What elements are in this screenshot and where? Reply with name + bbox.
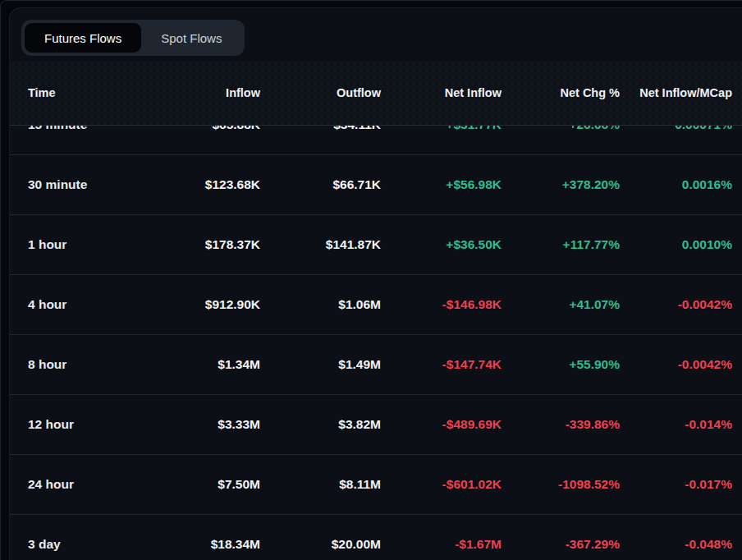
cell-inflow: $912.90K [151, 297, 260, 312]
tab-futures-flows[interactable]: Futures Flows [25, 23, 141, 53]
table-row: 8 hour $1.34M $1.49M -$147.74K +55.90% -… [10, 335, 742, 395]
table-header-row: Time Inflow Outflow Net Inflow Net Chg %… [10, 61, 742, 126]
cell-net-inflow-mcap: -0.014% [620, 417, 732, 432]
cell-net-inflow-mcap: -0.0042% [620, 357, 732, 372]
cell-inflow: $1.34M [151, 357, 260, 372]
cell-inflow: $7.50M [151, 477, 260, 492]
cell-time: 8 hour [28, 357, 151, 372]
cell-outflow: $141.87K [260, 237, 381, 252]
cell-net-chg: -339.86% [502, 417, 620, 432]
app-window: Futures Flows Spot Flows Time Inflow Out… [0, 0, 742, 560]
cell-net-chg: -1098.52% [502, 477, 620, 492]
cell-net-inflow-mcap: -0.048% [620, 537, 732, 552]
flows-tab-group: Futures Flows Spot Flows [21, 20, 245, 56]
cell-outflow: $20.00M [260, 537, 381, 552]
flows-table: Time Inflow Outflow Net Inflow Net Chg %… [10, 61, 742, 560]
cell-net-chg: +117.77% [502, 237, 620, 252]
table-row: 24 hour $7.50M $8.11M -$601.02K -1098.52… [10, 455, 742, 515]
cell-net-inflow-mcap: -0.017% [620, 477, 732, 492]
cell-inflow: $178.37K [151, 237, 260, 252]
cell-outflow: $66.71K [260, 177, 381, 192]
cell-outflow: $1.06M [260, 297, 381, 312]
col-header-net-inflow: Net Inflow [381, 86, 502, 99]
col-header-net-chg: Net Chg % [502, 86, 620, 99]
cell-time: 1 hour [28, 237, 151, 252]
cell-outflow: $3.82M [260, 417, 381, 432]
table-row: 4 hour $912.90K $1.06M -$146.98K +41.07%… [10, 275, 742, 335]
cell-net-inflow: -$601.02K [381, 477, 502, 492]
cell-outflow: $1.49M [260, 357, 381, 372]
table-row: 30 minute $123.68K $66.71K +$56.98K +378… [10, 155, 742, 215]
cell-net-chg: +378.20% [502, 177, 620, 192]
col-header-outflow: Outflow [260, 86, 381, 99]
cell-net-inflow-mcap: 0.0010% [620, 237, 732, 252]
table-row: 12 hour $3.33M $3.82M -$489.69K -339.86%… [10, 395, 742, 455]
col-header-net-inflow-mcap: Net Inflow/MCap [620, 86, 732, 99]
cell-net-inflow: -$146.98K [381, 297, 502, 312]
cell-inflow: $18.34M [151, 537, 260, 552]
cell-time: 3 day [28, 537, 151, 552]
cell-net-inflow: +$36.50K [381, 237, 502, 252]
cell-net-inflow-mcap: -0.0042% [620, 297, 732, 312]
cell-time: 30 minute [28, 177, 151, 192]
flows-card: Futures Flows Spot Flows Time Inflow Out… [9, 7, 742, 560]
cell-net-inflow: -$147.74K [381, 357, 502, 372]
cell-net-chg: +55.90% [502, 357, 620, 372]
cell-inflow: $123.68K [151, 177, 260, 192]
cell-net-chg: -367.29% [502, 537, 620, 552]
cell-time: 4 hour [28, 297, 151, 312]
cell-time: 12 hour [28, 417, 151, 432]
cell-outflow: $8.11M [260, 477, 381, 492]
col-header-time: Time [28, 86, 151, 99]
table-body: 15 minute $65.88K $34.11K +$31.77K +26.0… [10, 95, 742, 560]
table-row: 3 day $18.34M $20.00M -$1.67M -367.29% -… [10, 515, 742, 560]
cell-net-inflow-mcap: 0.0016% [620, 177, 732, 192]
tab-spot-flows[interactable]: Spot Flows [141, 23, 241, 53]
cell-net-inflow: -$489.69K [381, 417, 502, 432]
table-row: 1 hour $178.37K $141.87K +$36.50K +117.7… [10, 215, 742, 275]
cell-net-chg: +41.07% [502, 297, 620, 312]
cell-net-inflow: -$1.67M [381, 537, 502, 552]
cell-time: 24 hour [28, 477, 151, 492]
cell-net-inflow: +$56.98K [381, 177, 502, 192]
cell-inflow: $3.33M [151, 417, 260, 432]
col-header-inflow: Inflow [151, 86, 260, 99]
